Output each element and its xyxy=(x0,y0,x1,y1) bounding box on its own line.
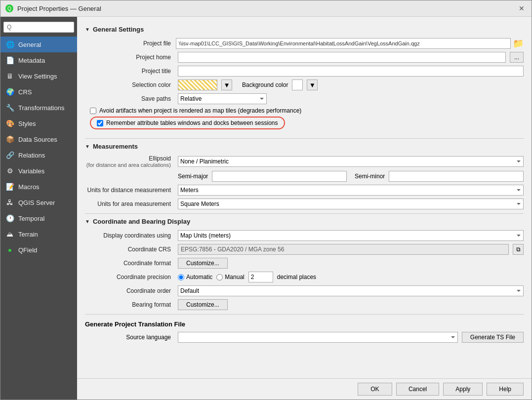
sidebar-item-variables[interactable]: ⚙ Variables xyxy=(0,163,77,179)
bearing-format-customize-btn[interactable]: Customize... xyxy=(178,299,228,310)
source-language-combo[interactable] xyxy=(178,332,458,343)
project-file-input[interactable] xyxy=(176,38,511,49)
sidebar-label-metadata: Metadata xyxy=(18,57,45,64)
sidebar-item-qfield[interactable]: ● QField xyxy=(0,242,77,258)
apply-button[interactable]: Apply xyxy=(443,383,483,396)
sidebar-item-crs[interactable]: 🌍 CRS xyxy=(0,84,77,100)
area-label: Units for area measurement xyxy=(85,200,174,207)
sidebar-item-temporal[interactable]: 🕐 Temporal xyxy=(0,210,77,226)
project-file-row: Project file 📁 xyxy=(85,38,524,49)
ok-button[interactable]: OK xyxy=(358,383,392,396)
project-title-label: Project title xyxy=(85,68,174,75)
precision-auto-radio[interactable] xyxy=(178,274,184,280)
sidebar: 🌐 General 📄 Metadata 🖥 View Settings 🌍 C… xyxy=(0,17,77,400)
crs-icon: 🌍 xyxy=(5,87,14,96)
sidebar-label-relations: Relations xyxy=(18,152,45,159)
distance-row: Units for distance measurement Meters Ki… xyxy=(85,185,524,196)
coord-display-arrow[interactable]: ▼ xyxy=(85,219,90,224)
sidebar-item-relations[interactable]: 🔗 Relations xyxy=(0,147,77,163)
help-button[interactable]: Help xyxy=(487,383,524,396)
coord-order-combo[interactable]: Default Easting, Northing Northing, East… xyxy=(178,285,524,296)
search-box xyxy=(3,22,74,33)
selection-color-dropdown[interactable]: ▼ xyxy=(221,80,232,90)
display-using-label: Display coordinates using xyxy=(85,232,174,239)
semi-major-label: Semi-major xyxy=(178,173,208,180)
general-icon: 🌐 xyxy=(5,40,14,49)
copy-crs-btn[interactable]: ⧉ xyxy=(513,244,524,255)
sidebar-label-data-sources: Data Sources xyxy=(18,136,57,143)
search-input[interactable] xyxy=(3,22,74,33)
folder-icon[interactable]: 📁 xyxy=(513,38,524,49)
general-settings-arrow[interactable]: ▼ xyxy=(85,27,90,32)
transformations-icon: 🔧 xyxy=(5,103,14,112)
precision-manual-label[interactable]: Manual xyxy=(216,274,244,280)
ellipsoid-combo[interactable]: None / Planimetric xyxy=(178,156,524,167)
area-combo[interactable]: Square Meters Square Kilometers Acres He… xyxy=(178,199,524,209)
sidebar-label-temporal: Temporal xyxy=(18,215,44,222)
precision-spinbox[interactable] xyxy=(248,272,273,282)
coord-format-label: Coordinate format xyxy=(85,260,174,267)
precision-manual-radio[interactable] xyxy=(216,274,223,280)
colors-row: Selection color ▼ Background color ▼ xyxy=(85,80,524,90)
sidebar-item-general[interactable]: 🌐 General xyxy=(0,37,77,52)
save-paths-label: Save paths xyxy=(85,95,174,102)
bottom-bar: OK Cancel Apply Help xyxy=(77,378,532,400)
display-using-row: Display coordinates using Map Units (met… xyxy=(85,230,524,241)
sidebar-item-styles[interactable]: 🎨 Styles xyxy=(0,116,77,131)
general-settings-title: General Settings xyxy=(93,26,144,33)
sidebar-item-metadata[interactable]: 📄 Metadata xyxy=(0,52,77,68)
qfield-icon: ● xyxy=(5,245,14,254)
project-home-input[interactable] xyxy=(178,52,506,63)
sidebar-item-transformations[interactable]: 🔧 Transformations xyxy=(0,100,77,116)
sidebar-item-macros[interactable]: 📝 Macros xyxy=(0,179,77,195)
ellipsoid-row: Ellipsoid (for distance and area calcula… xyxy=(85,155,524,168)
title-bar: Q Project Properties — General ✕ xyxy=(0,0,532,17)
view-settings-icon: 🖥 xyxy=(5,72,14,80)
sidebar-item-terrain[interactable]: ⛰ Terrain xyxy=(0,226,77,242)
precision-auto-label[interactable]: Automatic xyxy=(178,274,212,280)
sidebar-label-crs: CRS xyxy=(18,88,32,96)
save-paths-row: Save paths Relative Absolute xyxy=(85,93,524,104)
bearing-format-label: Bearing format xyxy=(85,301,174,308)
main-content: 🌐 General 📄 Metadata 🖥 View Settings 🌍 C… xyxy=(0,17,532,400)
content-area: ▼ General Settings Project file 📁 Projec… xyxy=(77,17,532,378)
avoid-artifacts-checkbox[interactable] xyxy=(90,108,96,114)
close-button[interactable]: ✕ xyxy=(517,3,527,13)
remember-tables-row: Remember attribute tables windows and do… xyxy=(90,117,285,129)
sidebar-label-general: General xyxy=(18,41,41,48)
measurements-header: ▼ Measurements xyxy=(85,143,524,150)
background-color-label: Background color xyxy=(242,81,288,88)
remember-tables-checkbox[interactable] xyxy=(97,120,103,126)
styles-icon: 🎨 xyxy=(5,119,14,128)
sidebar-label-qfield: QField xyxy=(18,246,37,254)
qgis-server-icon: 🖧 xyxy=(5,198,14,207)
measurements-arrow[interactable]: ▼ xyxy=(85,144,90,149)
coord-crs-label: Coordinate CRS xyxy=(85,246,174,253)
display-using-combo[interactable]: Map Units (meters) Decimal Degrees Degre… xyxy=(178,230,524,241)
sidebar-item-qgis-server[interactable]: 🖧 QGIS Server xyxy=(0,195,77,210)
avoid-artifacts-label: Avoid artifacts when project is rendered… xyxy=(99,107,301,114)
project-home-browse-btn[interactable]: ... xyxy=(510,52,524,63)
background-color-dropdown[interactable]: ▼ xyxy=(307,80,318,90)
project-title-row: Project title xyxy=(85,66,524,77)
semi-minor-label: Semi-minor xyxy=(355,173,385,180)
distance-combo[interactable]: Meters Kilometers Feet Miles xyxy=(178,185,524,196)
semi-minor-input[interactable] xyxy=(389,171,524,182)
coord-format-customize-btn[interactable]: Customize... xyxy=(178,258,228,269)
sidebar-item-data-sources[interactable]: 📦 Data Sources xyxy=(0,131,77,147)
window-title: Project Properties — General xyxy=(17,5,101,12)
ellipsoid-sub-label: (for distance and area calculations) xyxy=(85,162,171,168)
sidebar-label-macros: Macros xyxy=(18,183,40,191)
sidebar-item-view-settings[interactable]: 🖥 View Settings xyxy=(0,68,77,84)
selection-color-btn[interactable] xyxy=(178,80,217,90)
translation-header: Generate Project Translation File xyxy=(85,320,524,328)
save-paths-combo[interactable]: Relative Absolute xyxy=(178,93,267,104)
precision-radio-group: Automatic Manual decimal places xyxy=(178,272,316,282)
cancel-button[interactable]: Cancel xyxy=(396,383,439,396)
sidebar-label-transformations: Transformations xyxy=(18,104,64,112)
generate-ts-btn[interactable]: Generate TS File xyxy=(462,332,524,343)
coord-crs-input xyxy=(178,244,509,255)
semi-major-input[interactable] xyxy=(212,171,347,182)
background-color-btn[interactable] xyxy=(292,80,303,90)
project-title-input[interactable] xyxy=(178,66,524,77)
